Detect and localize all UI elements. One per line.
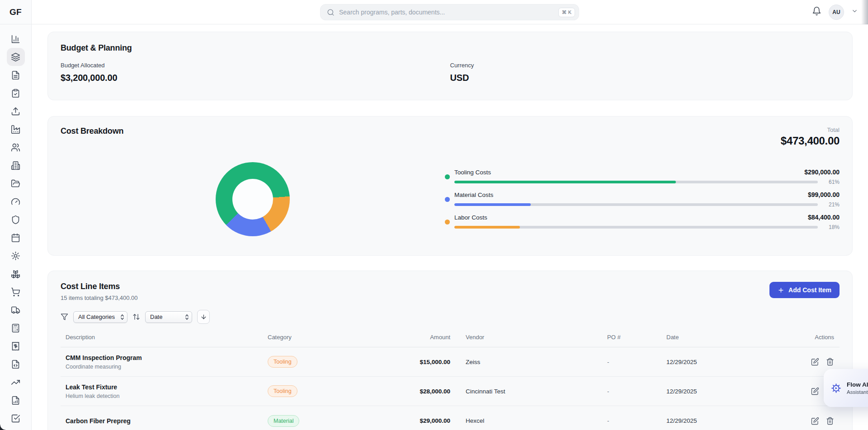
- item-amount: $15,000.00: [398, 359, 450, 365]
- item-vendor: Cincinnati Test: [450, 388, 607, 395]
- sidebar-item-uploads[interactable]: [7, 102, 25, 120]
- user-menu-button[interactable]: [851, 8, 858, 16]
- item-detail: Helium leak detection: [66, 393, 268, 399]
- add-cost-item-button[interactable]: Add Cost Item: [769, 282, 840, 298]
- legend-amount: $290,000.00: [804, 168, 840, 176]
- boxes-icon: [11, 269, 20, 279]
- sidebar-item-analytics[interactable]: [7, 30, 25, 48]
- shopping-cart-icon: [11, 287, 20, 297]
- gauge-icon: [11, 197, 20, 206]
- total-value: $473,400.00: [781, 135, 840, 147]
- currency-field: Currency USD: [450, 62, 840, 83]
- shield-icon: [11, 215, 20, 224]
- item-amount: $28,000.00: [398, 388, 450, 395]
- sidebar: GF: [0, 0, 32, 430]
- sidebar-item-quality[interactable]: [7, 210, 25, 229]
- legend-dot: [445, 174, 450, 179]
- item-date: 12/29/2025: [666, 359, 770, 365]
- sidebar-item-team[interactable]: [7, 138, 25, 156]
- category-filter-select[interactable]: All Categories: [73, 311, 127, 323]
- legend-amount: $99,000.00: [808, 191, 840, 198]
- flow-ai-assistant-widget[interactable]: Flow AI Assistant: [824, 369, 868, 407]
- sidebar-item-approvals[interactable]: [7, 409, 25, 427]
- table-row[interactable]: CMM Inspection Program Coordinate measur…: [61, 347, 840, 377]
- sidebar-item-programs[interactable]: [7, 48, 25, 66]
- legend-percent: 21%: [824, 201, 840, 208]
- progress-track: [454, 181, 818, 183]
- sidebar-item-specs[interactable]: [7, 355, 25, 373]
- item-description: CMM Inspection Program: [66, 354, 268, 361]
- sidebar-item-facilities[interactable]: [7, 156, 25, 174]
- main-area: ⌘ K AU Budget & Planning Budget Allocate…: [32, 0, 868, 430]
- app-logo-text: GF: [9, 7, 22, 17]
- app-shell: GF: [0, 0, 868, 430]
- item-date: 12/29/2025: [666, 417, 770, 424]
- global-search[interactable]: ⌘ K: [320, 4, 579, 20]
- check-square-icon: [11, 414, 20, 423]
- sidebar-item-trends[interactable]: [7, 373, 25, 391]
- sidebar-item-documents[interactable]: [7, 66, 25, 84]
- sidebar-item-invoices[interactable]: [7, 337, 25, 355]
- sidebar-item-tasks[interactable]: [7, 84, 25, 102]
- arrow-down-icon: [200, 313, 207, 320]
- cost-breakdown-title: Cost Breakdown: [61, 126, 123, 136]
- cost-breakdown-body: Tooling Costs$290,000.00 61% Material Co…: [61, 150, 840, 248]
- legend-dot: [445, 197, 450, 202]
- col-header-vendor: Vendor: [450, 334, 607, 341]
- sidebar-item-files[interactable]: [7, 174, 25, 192]
- legend-amount: $84,400.00: [808, 214, 840, 221]
- keyboard-shortcut-badge: ⌘ K: [558, 8, 575, 17]
- avatar[interactable]: AU: [829, 5, 844, 20]
- notifications-button[interactable]: [812, 6, 821, 18]
- topbar-actions: AU: [812, 5, 868, 20]
- sidebar-item-reports[interactable]: [7, 391, 25, 409]
- delete-icon[interactable]: [826, 417, 834, 425]
- chevron-down-icon: [851, 8, 858, 14]
- donut-chart: [216, 162, 290, 236]
- app-logo[interactable]: GF: [0, 0, 31, 24]
- cost-items-table: Description Category Amount Vendor PO # …: [61, 330, 840, 430]
- sidebar-item-logistics[interactable]: [7, 301, 25, 319]
- sidebar-item-procurement[interactable]: [7, 283, 25, 301]
- calculator-icon: [11, 323, 20, 333]
- legend-percent: 18%: [824, 224, 840, 230]
- budget-allocated-value: $3,200,000.00: [61, 73, 450, 83]
- item-po-number: -: [607, 417, 666, 424]
- budget-allocated-field: Budget Allocated $3,200,000.00: [61, 62, 450, 83]
- sidebar-item-manufacturing[interactable]: [7, 120, 25, 138]
- col-header-description: Description: [61, 334, 268, 341]
- legend-percent: 61%: [824, 179, 840, 185]
- receipt-icon: [11, 341, 20, 351]
- col-header-category: Category: [268, 334, 398, 341]
- sidebar-item-schedule[interactable]: [7, 229, 25, 247]
- table-row[interactable]: Carbon Fiber Prepreg Material $29,000.00…: [61, 406, 840, 430]
- edit-icon[interactable]: [811, 358, 819, 366]
- sidebar-item-performance[interactable]: [7, 192, 25, 210]
- screen-edge-shadow: [861, 0, 868, 24]
- search-input[interactable]: [339, 9, 558, 16]
- item-description: Leak Test Fixture: [66, 383, 268, 391]
- item-po-number: -: [607, 359, 666, 365]
- building-icon: [11, 161, 20, 170]
- plus-icon: [778, 287, 784, 294]
- sidebar-item-inventory[interactable]: [7, 265, 25, 283]
- cost-line-items-card: Cost Line Items 15 items totaling $473,4…: [47, 271, 853, 430]
- currency-value: USD: [450, 73, 840, 83]
- table-row[interactable]: Leak Test Fixture Helium leak detection …: [61, 377, 840, 406]
- sort-direction-button[interactable]: [197, 310, 210, 324]
- truck-icon: [11, 305, 20, 315]
- total-label: Total: [781, 126, 840, 133]
- factory-icon: [11, 125, 20, 134]
- progress-fill: [454, 181, 676, 183]
- sidebar-item-settings[interactable]: [7, 247, 25, 265]
- edit-icon[interactable]: [811, 387, 819, 395]
- sort-arrows-icon: [132, 313, 140, 321]
- folder-open-icon: [11, 179, 20, 188]
- edit-icon[interactable]: [811, 417, 819, 425]
- cost-breakdown-card: Cost Breakdown Total $473,400.00: [47, 116, 853, 256]
- delete-icon[interactable]: [826, 358, 834, 366]
- progress-fill: [454, 203, 531, 206]
- file-code-icon: [11, 360, 20, 369]
- sort-by-select[interactable]: Date: [145, 311, 192, 323]
- sidebar-item-estimating[interactable]: [7, 319, 25, 337]
